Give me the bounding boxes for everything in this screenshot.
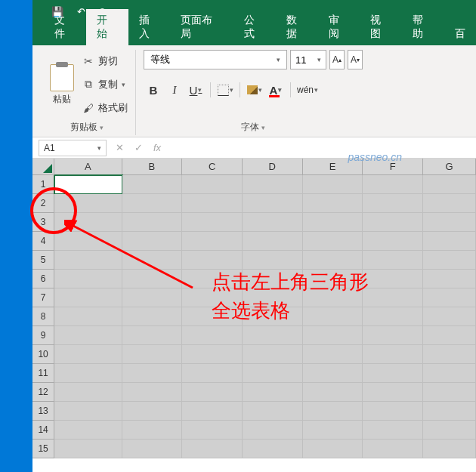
fill-color-button[interactable]: ▾: [245, 80, 264, 100]
column-header[interactable]: D: [243, 159, 303, 175]
cell[interactable]: [423, 288, 476, 307]
cell[interactable]: [122, 440, 183, 458]
cell[interactable]: [54, 194, 122, 213]
column-header[interactable]: E: [303, 159, 363, 175]
cell[interactable]: [363, 326, 423, 345]
confirm-formula-icon[interactable]: ✓: [134, 142, 143, 153]
cell[interactable]: [122, 383, 183, 402]
cell[interactable]: [182, 213, 243, 232]
cell[interactable]: [423, 307, 476, 326]
cell[interactable]: [243, 421, 303, 440]
cell[interactable]: [303, 383, 363, 402]
row-header[interactable]: 11: [32, 364, 54, 383]
row-header[interactable]: 7: [32, 288, 54, 307]
cell[interactable]: [54, 345, 122, 364]
cell[interactable]: [182, 326, 243, 345]
cell[interactable]: [54, 402, 122, 421]
tab-help[interactable]: 帮助: [402, 9, 444, 45]
cell[interactable]: [54, 307, 122, 326]
cell[interactable]: [182, 440, 243, 458]
cell[interactable]: [423, 383, 476, 402]
cell[interactable]: [303, 440, 363, 458]
cell[interactable]: [303, 175, 363, 194]
tab-layout[interactable]: 页面布局: [170, 9, 233, 45]
cut-button[interactable]: ✂剪切: [82, 51, 128, 72]
cell[interactable]: [303, 421, 363, 440]
row-header[interactable]: 9: [32, 326, 54, 345]
cell[interactable]: [303, 345, 363, 364]
cell[interactable]: [122, 194, 183, 213]
column-header[interactable]: A: [54, 159, 122, 175]
cell[interactable]: [243, 307, 303, 326]
cell[interactable]: [243, 194, 303, 213]
decrease-font-button[interactable]: A▾: [348, 50, 363, 69]
cell[interactable]: [182, 194, 243, 213]
fx-icon[interactable]: fx: [153, 142, 161, 153]
cell[interactable]: [182, 288, 243, 307]
row-header[interactable]: 15: [32, 440, 54, 458]
cell[interactable]: [423, 232, 476, 251]
cell[interactable]: [182, 307, 243, 326]
copy-button[interactable]: ⧉复制▾: [82, 74, 128, 95]
cell[interactable]: [182, 383, 243, 402]
cell[interactable]: [54, 383, 122, 402]
cell[interactable]: [243, 326, 303, 345]
row-header[interactable]: 14: [32, 421, 54, 440]
tab-insert[interactable]: 插入: [128, 9, 171, 45]
cell[interactable]: [363, 421, 423, 440]
cell[interactable]: [122, 175, 183, 194]
cell[interactable]: [423, 421, 476, 440]
cell[interactable]: [122, 270, 183, 288]
cell[interactable]: [363, 288, 423, 307]
cell[interactable]: [363, 175, 423, 194]
column-header[interactable]: F: [363, 159, 423, 175]
select-all-triangle[interactable]: [32, 159, 54, 175]
font-color-button[interactable]: A▾: [266, 80, 286, 100]
cell[interactable]: [423, 194, 476, 213]
cell[interactable]: [303, 364, 363, 383]
cell[interactable]: [423, 345, 476, 364]
cell[interactable]: [54, 175, 122, 194]
cell[interactable]: [243, 270, 303, 288]
cell[interactable]: [182, 421, 243, 440]
paste-button[interactable]: 粘贴: [46, 50, 78, 119]
cell[interactable]: [122, 421, 183, 440]
cell[interactable]: [363, 440, 423, 458]
cell[interactable]: [54, 440, 122, 458]
tab-view[interactable]: 视图: [360, 9, 402, 45]
cell[interactable]: [54, 232, 122, 251]
cell[interactable]: [363, 383, 423, 402]
cell[interactable]: [243, 402, 303, 421]
row-header[interactable]: 6: [32, 270, 54, 288]
row-header[interactable]: 8: [32, 307, 54, 326]
cell[interactable]: [122, 232, 183, 251]
underline-button[interactable]: U▾: [186, 80, 206, 100]
cell[interactable]: [363, 213, 423, 232]
bold-button[interactable]: B: [144, 80, 163, 100]
column-header[interactable]: G: [423, 159, 476, 175]
row-header[interactable]: 4: [32, 232, 54, 251]
cell[interactable]: [182, 402, 243, 421]
tab-formula[interactable]: 公式: [233, 9, 276, 45]
cell[interactable]: [303, 251, 363, 270]
cell[interactable]: [303, 194, 363, 213]
cell[interactable]: [243, 175, 303, 194]
column-header[interactable]: B: [122, 159, 183, 175]
tab-review[interactable]: 审阅: [318, 9, 360, 45]
cell[interactable]: [122, 326, 183, 345]
name-box[interactable]: A1▾: [39, 140, 107, 156]
tab-home[interactable]: 开始: [86, 9, 128, 45]
cell[interactable]: [423, 270, 476, 288]
cell[interactable]: [423, 175, 476, 194]
cell[interactable]: [303, 307, 363, 326]
cell[interactable]: [243, 345, 303, 364]
row-header[interactable]: 13: [32, 402, 54, 421]
phonetic-button[interactable]: wén▾: [295, 80, 320, 100]
cell[interactable]: [423, 251, 476, 270]
cell[interactable]: [122, 213, 183, 232]
cell[interactable]: [122, 364, 183, 383]
cell[interactable]: [243, 440, 303, 458]
cell[interactable]: [122, 288, 183, 307]
cell[interactable]: [303, 288, 363, 307]
cancel-formula-icon[interactable]: ✕: [116, 142, 124, 153]
